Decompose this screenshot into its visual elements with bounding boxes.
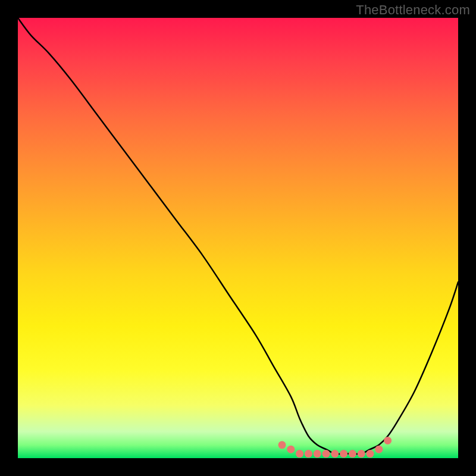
trough-marker <box>384 437 392 444</box>
trough-marker <box>375 446 383 453</box>
trough-marker <box>367 450 374 458</box>
watermark-text: TheBottleneck.com <box>356 2 470 18</box>
chart-frame: TheBottleneck.com <box>0 0 476 476</box>
trough-marker <box>278 441 286 449</box>
trough-marker <box>340 450 347 458</box>
trough-marker <box>349 450 356 458</box>
trough-marker <box>322 450 330 458</box>
trough-marker <box>358 450 365 458</box>
trough-marker <box>331 450 339 458</box>
bottleneck-curve <box>18 18 458 454</box>
trough-marker <box>305 450 312 458</box>
curve-svg <box>18 18 458 458</box>
gradient-plot-area <box>18 18 458 458</box>
trough-marker <box>287 446 295 453</box>
trough-marker <box>296 450 303 458</box>
trough-marker <box>314 450 321 458</box>
